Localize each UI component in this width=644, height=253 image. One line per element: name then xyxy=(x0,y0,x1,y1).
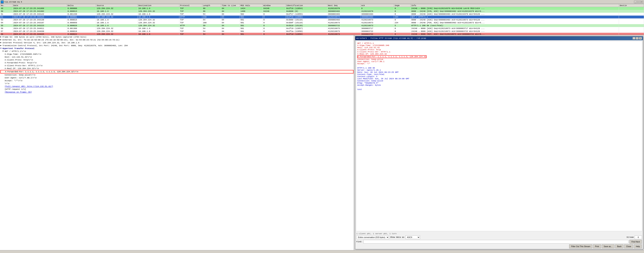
table-cell xyxy=(619,7,644,10)
stream-content-length: Content-Length: 5 xyxy=(357,76,641,78)
detail-text: Internet Protocol Version 4, Src: 129.20… xyxy=(2,42,79,44)
table-cell: 54 xyxy=(202,33,221,36)
col-header-ttl[interactable]: Time to Live xyxy=(221,4,240,7)
detail-line[interactable]: Host: 114.132.51.42\r\n xyxy=(0,56,354,58)
col-header-no[interactable]: No. xyxy=(0,4,13,7)
table-cell: 129.204.224.32 xyxy=(138,18,179,21)
table-cell: 10.100.1.6 xyxy=(96,10,138,13)
table-row[interactable]: 512024-07-28 17:23:25.3431220.001440129.… xyxy=(0,13,644,16)
detail-line[interactable]: X-Real-IP: 129.204.224.32\r\n xyxy=(0,67,354,70)
detail-line[interactable]: X-Forwarded-For: 1.1.1.1, 1.1.1.2, 1.1.1… xyxy=(0,70,354,74)
col-header-length[interactable]: Length xyxy=(202,4,221,7)
col-header-source[interactable]: Source xyxy=(96,4,138,7)
detail-line[interactable]: User-Agent: curl/7.88.1\r\n xyxy=(0,76,354,79)
detail-line[interactable]: ▶Transmission Control Protocol, Src Port… xyxy=(0,44,354,47)
show-data-select[interactable]: ASCII EBCDIC Hex Dump C Arrays Raw xyxy=(406,236,420,239)
dialog-minimize-button[interactable]: _ xyxy=(632,37,636,40)
table-cell: 10.100.1.6 xyxy=(138,13,179,16)
detail-line[interactable]: ▶Ethernet II, Src: fe:ee:1b:5d:08:23 (fe… xyxy=(0,38,354,41)
detail-line[interactable]: ▼Hypertext Transfer Protocol xyxy=(0,47,354,50)
col-header-delta[interactable]: Delta xyxy=(67,4,96,7)
dialog-window-controls[interactable]: _ □ ✕ xyxy=(632,37,642,40)
expand-icon[interactable]: ▼ xyxy=(2,50,4,52)
expand-icon[interactable]: ▶ xyxy=(0,42,2,44)
table-cell: 129.204.224.32 xyxy=(138,10,179,13)
table-row[interactable]: 532024-07-28 17:23:25.3431380.00001510.1… xyxy=(0,18,644,21)
stream-xforwardedfor-highlighted: X-Forwarded-For: 1.1.1.1, 1.1.1.2, 1.1.1… xyxy=(357,55,426,58)
detail-line[interactable]: [HTTP request 1/1] xyxy=(0,88,354,91)
col-header-window[interactable]: Window xyxy=(262,4,286,7)
show-data-as-label: Show data as xyxy=(390,236,404,238)
detail-text: \r\n xyxy=(5,82,9,85)
table-cell: TCP xyxy=(179,18,202,21)
detail-line[interactable]: ▶Frame 52: 348 bytes on wire (2784 bits)… xyxy=(0,36,354,38)
table-cell: 10.100.1.6 xyxy=(96,24,138,27)
detail-line[interactable]: X-Stgw-Time: 1722158605.340\r\n xyxy=(0,53,354,56)
table-row[interactable]: 582024-07-28 17:23:25.3446450.000022129.… xyxy=(0,33,644,36)
table-row[interactable]: 552024-07-28 17:23:25.3432230.00002610.1… xyxy=(0,24,644,27)
maximize-button[interactable]: □ xyxy=(637,1,640,3)
detail-line[interactable]: X-Forwarded-Proto: http\r\n xyxy=(0,61,354,64)
close-dialog-button[interactable]: Close xyxy=(624,244,633,248)
col-header-destin[interactable]: Destin xyxy=(619,4,644,7)
detail-line[interactable]: ▶Internet Protocol Version 4, Src: 129.2… xyxy=(0,41,354,44)
col-header-mss[interactable]: MSS Valu xyxy=(240,4,262,7)
filter-out-stream-button[interactable]: Filter Out This Stream xyxy=(569,244,592,248)
detail-line[interactable]: Connection: keep-alive\r\n xyxy=(0,74,354,76)
print-button[interactable]: Print xyxy=(593,244,601,248)
find-input[interactable] xyxy=(363,240,628,244)
detail-line[interactable]: \r\n xyxy=(0,82,354,85)
expand-icon[interactable]: ▶ xyxy=(0,44,2,47)
col-header-destination[interactable]: Destination xyxy=(138,4,179,7)
lower-area: ▶Frame 52: 348 bytes on wire (2784 bits)… xyxy=(0,35,644,250)
detail-line[interactable]: X-Client-Proto-Ver: HTTP/1.1\r\n xyxy=(0,64,354,67)
help-button[interactable]: Help xyxy=(634,244,642,248)
detail-line[interactable]: [Response in frame: 55] xyxy=(0,91,354,94)
window-title: tcp.stream eq 6 xyxy=(4,1,22,3)
table-row[interactable]: 522024-07-28 17:23:25.3431230.000001129.… xyxy=(0,16,644,18)
col-header-ack[interactable]: Ack xyxy=(360,4,394,7)
table-row[interactable]: 502024-07-28 17:23:25.3416820.00001310.1… xyxy=(0,10,644,13)
stream-content-type: Content-Type: text/html xyxy=(357,73,641,76)
dialog-maximize-button[interactable]: □ xyxy=(636,37,639,40)
conversation-select[interactable]: Entire conversation (533 bytes) xyxy=(356,236,389,239)
detail-text: Host: 114.132.51.42\r\n xyxy=(5,56,32,58)
table-cell: 2024-07-28 17:23:25.343122 xyxy=(12,13,67,16)
table-row[interactable]: 492024-07-28 17:23:25.3416690.000000129.… xyxy=(0,7,644,10)
table-cell: 54 xyxy=(0,21,13,24)
table-cell: 4126216673 xyxy=(327,27,360,30)
minimize-button[interactable]: _ xyxy=(634,1,637,3)
col-header-info[interactable]: Info xyxy=(410,4,619,7)
table-cell: 0 xyxy=(262,30,286,33)
detail-line[interactable]: [Full request URI: http://114.132.51.42/… xyxy=(0,85,354,88)
find-next-button[interactable]: Find Next xyxy=(630,240,642,244)
expand-icon[interactable]: ▼ xyxy=(0,47,2,50)
col-header-protocol[interactable]: Protocol xyxy=(179,4,202,7)
detail-line[interactable]: X-Client-Proto: http\r\n xyxy=(0,58,354,61)
detail-line[interactable]: ▼GET / HTTP/1.1\r\n xyxy=(0,50,354,53)
col-header-id[interactable]: Identification xyxy=(286,4,327,7)
expand-icon[interactable]: ▶ xyxy=(0,36,2,38)
table-cell: 4126216673 xyxy=(327,16,360,18)
table-row[interactable]: 542024-07-28 17:23:25.3431970.00005910.1… xyxy=(0,21,644,24)
col-header-date[interactable]: Date xyxy=(12,4,67,7)
table-cell: 54 xyxy=(202,13,221,16)
col-header-nextseq[interactable]: Next Seq xyxy=(327,4,360,7)
detail-line[interactable]: Accept: */*\r\n xyxy=(0,79,354,82)
table-cell: 2024-07-28 17:23:25.343197 xyxy=(12,21,67,24)
table-row[interactable]: 562024-07-28 17:23:25.3446110.001388129.… xyxy=(0,27,644,30)
table-row[interactable]: 572024-07-28 17:23:25.3446300.000019129.… xyxy=(0,30,644,33)
stream-number-input[interactable] xyxy=(635,236,642,239)
expand-icon[interactable]: ▶ xyxy=(0,39,2,41)
window-controls[interactable]: _ □ ✕ xyxy=(634,1,643,3)
save-as-button[interactable]: Save as... xyxy=(602,244,614,248)
back-button[interactable]: Back xyxy=(615,244,624,248)
table-cell: 348 xyxy=(202,16,221,18)
detail-text: Frame 52: 348 bytes on wire (2784 bits),… xyxy=(2,36,86,38)
dialog-close-button[interactable]: ✕ xyxy=(639,37,642,40)
dialog-title: Wireshark · Follow HTTP Stream (tcp.stre… xyxy=(356,37,426,39)
col-header-segm[interactable]: Segm xyxy=(394,4,410,7)
stream-content[interactable]: GET / HTTP/1.1 X-Stgw-Time: 1722158605.3… xyxy=(356,41,642,231)
table-cell: 64 xyxy=(221,33,240,36)
close-button[interactable]: ✕ xyxy=(640,1,643,3)
